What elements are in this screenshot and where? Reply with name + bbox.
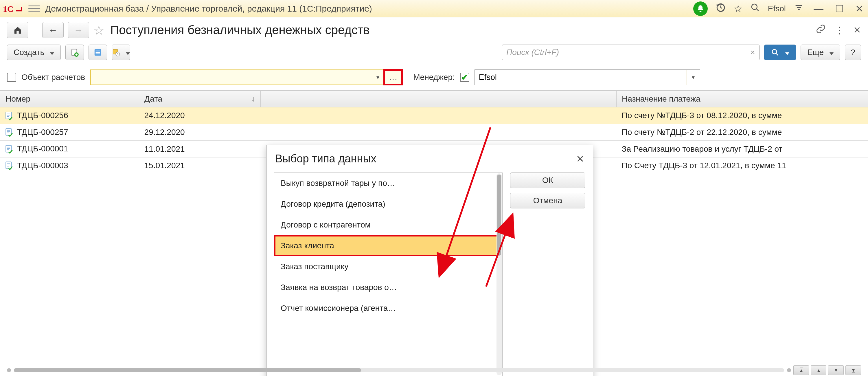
cell-purpose: По Счету ТДЦБ-3 от 12.01.2021, в сумме 1… (617, 157, 868, 174)
type-list-item[interactable]: Отчет комиссионера (агента… (274, 298, 502, 319)
cell-number: ТДЦБ-000001 (0, 141, 139, 157)
page-favorite-icon[interactable]: ☆ (93, 23, 104, 38)
type-picker-popup: Выбор типа данных ✕ Выкуп возвратной тар… (266, 145, 593, 376)
settings-menu-icon[interactable] (794, 3, 804, 15)
type-list-item[interactable]: Заказ клиента (274, 235, 502, 256)
cell-purpose: По счету №ТДЦБ-2 от 22.12.2020, в сумме (617, 124, 868, 141)
popup-title: Выбор типа данных (275, 152, 376, 165)
svg-rect-10 (6, 128, 11, 136)
table-header-row: Номер Дата↓ Назначение платежа (0, 91, 868, 107)
nav-back-button[interactable]: ← (42, 22, 64, 38)
window-minimize-icon[interactable]: — (812, 3, 825, 14)
object-filter-input[interactable] (91, 73, 371, 82)
search-clear-icon[interactable]: × (746, 45, 759, 60)
type-list-item[interactable]: Заявка на возврат товаров о… (274, 277, 502, 298)
scroll-up-button[interactable]: ▴ (811, 365, 826, 375)
more-actions-icon[interactable]: ⋮ (835, 24, 844, 36)
type-list-item[interactable]: Договор с контрагентом (274, 214, 502, 235)
main-menu-icon[interactable] (28, 3, 40, 15)
window-close-icon[interactable]: ✕ (854, 3, 865, 15)
svg-rect-9 (6, 112, 11, 119)
column-date[interactable]: Дата↓ (139, 91, 261, 107)
document-posted-icon (5, 145, 13, 154)
document-posted-icon (5, 112, 13, 120)
date-filter-button[interactable] (112, 45, 130, 60)
cell-date: 11.01.2021 (139, 141, 261, 157)
search-field[interactable]: × (502, 45, 760, 60)
table-row[interactable]: ТДЦБ-00025729.12.2020По счету №ТДЦБ-2 от… (0, 124, 868, 141)
scroll-bottom-button[interactable]: ▾̲ (845, 365, 861, 375)
bottom-bar: ▴̅ ▴ ▾ ▾̲ (0, 365, 868, 376)
search-button[interactable] (764, 45, 796, 60)
manager-filter-dropdown-icon[interactable]: ▾ (687, 70, 700, 85)
notifications-icon[interactable] (693, 1, 708, 16)
cell-number: ТДЦБ-000003 (0, 157, 139, 174)
date-filter-caret-icon (123, 48, 130, 57)
type-list-item[interactable]: Выкуп возвратной тары у по… (274, 173, 502, 194)
svg-rect-11 (6, 145, 11, 152)
create-button[interactable]: Создать (7, 45, 61, 60)
titlebar: 1C Демонстрационная база / Управление то… (0, 0, 868, 18)
nav-forward-button[interactable]: → (68, 22, 89, 38)
home-button[interactable] (7, 22, 28, 38)
page-title: Поступления безналичных денежных средств (110, 23, 370, 37)
object-filter-dropdown-icon[interactable]: ▾ (371, 70, 384, 85)
add-from-template-button[interactable] (65, 45, 84, 60)
popup-cancel-button[interactable]: Отмена (510, 193, 585, 208)
type-list[interactable]: Выкуп возвратной тары у по…Договор креди… (274, 173, 503, 376)
more-menu-label: Еще (807, 48, 824, 57)
scroll-down-button[interactable]: ▾ (828, 365, 844, 375)
horizontal-scrollbar[interactable] (7, 368, 791, 372)
history-icon[interactable] (716, 3, 726, 15)
object-filter-picker-icon[interactable]: ... (384, 70, 402, 85)
manager-filter-input[interactable] (475, 73, 687, 82)
search-caret-icon (782, 48, 789, 57)
more-caret-icon (827, 48, 834, 57)
document-posted-icon (5, 162, 13, 170)
object-filter-combo[interactable]: ▾ ... (90, 69, 403, 85)
create-button-label: Создать (13, 48, 44, 57)
cell-number: ТДЦБ-000256 (0, 107, 139, 124)
type-list-item[interactable]: Заказ поставщику (274, 256, 502, 277)
window-title: Демонстрационная база / Управление торго… (45, 4, 372, 13)
favorite-star-icon[interactable]: ☆ (734, 3, 742, 15)
current-user[interactable]: Efsol (768, 4, 786, 13)
column-number[interactable]: Номер (0, 91, 139, 107)
svg-point-8 (772, 50, 777, 54)
close-page-icon[interactable]: ✕ (853, 25, 861, 36)
manager-filter-combo[interactable]: ▾ (474, 69, 700, 85)
svg-point-2 (752, 4, 757, 9)
svg-rect-12 (6, 162, 11, 169)
more-menu-button[interactable]: Еще (801, 45, 840, 60)
page-header: ← → ☆ Поступления безналичных денежных с… (0, 18, 868, 39)
cell-date: 29.12.2020 (139, 124, 261, 141)
search-input[interactable] (502, 48, 746, 57)
column-purpose[interactable]: Назначение платежа (617, 91, 868, 107)
manager-filter-checkbox[interactable] (460, 73, 469, 82)
cell-date: 24.12.2020 (139, 107, 261, 124)
filter-row: Объект расчетов ▾ ... Менеджер: ▾ (0, 65, 868, 90)
window-maximize-icon[interactable]: ☐ (833, 3, 845, 15)
sort-indicator-icon: ↓ (251, 94, 255, 103)
popup-scrollbar[interactable] (496, 173, 502, 375)
create-caret-icon (47, 48, 54, 57)
help-button[interactable]: ? (845, 45, 861, 60)
document-posted-icon (5, 128, 13, 137)
scroll-top-button[interactable]: ▴̅ (793, 365, 809, 375)
global-search-icon[interactable] (750, 3, 760, 15)
column-hidden-gap (261, 91, 617, 107)
cell-gap (261, 124, 617, 141)
app-logo: 1C (3, 3, 23, 15)
link-icon[interactable] (816, 24, 826, 37)
table-row[interactable]: ТДЦБ-00025624.12.2020По счету №ТДЦБ-3 от… (0, 107, 868, 124)
object-filter-checkbox[interactable] (7, 73, 16, 82)
popup-close-icon[interactable]: ✕ (576, 153, 584, 165)
cell-purpose: По счету №ТДЦБ-3 от 08.12.2020, в сумме (617, 107, 868, 124)
list-settings-button[interactable] (89, 45, 107, 60)
cell-purpose: За Реализацию товаров и услуг ТДЦБ-2 от (617, 141, 868, 157)
toolbar: Создать × Еще ? (0, 39, 868, 65)
popup-ok-button[interactable]: ОК (510, 173, 585, 188)
manager-filter-label: Менеджер: (413, 73, 455, 82)
cell-gap (261, 107, 617, 124)
type-list-item[interactable]: Договор кредита (депозита) (274, 194, 502, 214)
